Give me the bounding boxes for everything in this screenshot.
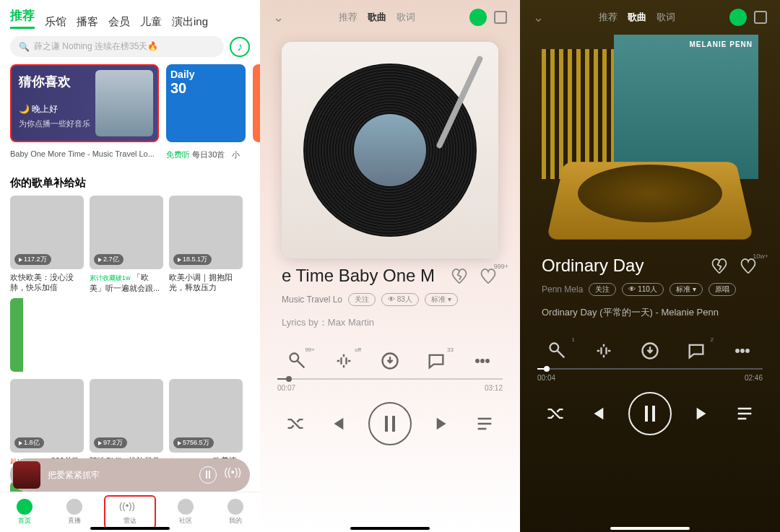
album-art: [354, 114, 426, 186]
heartbreak-icon[interactable]: [449, 266, 469, 286]
tab-kids[interactable]: 儿童: [140, 15, 162, 29]
play-count-badge: 97.2万: [94, 437, 127, 448]
like-count: 10w+: [753, 253, 768, 260]
player-tabs: 推荐 歌曲 歌词: [599, 11, 675, 24]
heartbreak-icon[interactable]: [709, 256, 729, 276]
player-tab-song[interactable]: 歌曲: [628, 11, 646, 24]
listener-count[interactable]: 👁 110人: [622, 283, 663, 296]
share-button[interactable]: [494, 11, 507, 24]
album-visualizer[interactable]: [542, 35, 758, 244]
tab-music-hall[interactable]: 乐馆: [45, 15, 66, 29]
playlist-tile[interactable]: 117.2万欢快欧美：没心没肺，快乐加倍: [10, 196, 84, 292]
player-tab-lyrics[interactable]: 歌词: [656, 11, 675, 24]
player-screen-dark: ⌄ 推荐 歌曲 歌词 Ordinary Day 10w+ Penn Mela 关…: [520, 0, 780, 532]
vip-badge-icon[interactable]: [729, 9, 747, 26]
recommend-row: 猜你喜欢 🌙 晚上好 为你点播一些好音乐 Daily 30: [0, 61, 260, 145]
sound-effect-button[interactable]: off: [334, 351, 354, 371]
play-pause-button[interactable]: [628, 392, 672, 435]
vinyl-disc: [303, 64, 477, 237]
download-button[interactable]: [640, 341, 660, 361]
share-button[interactable]: [754, 11, 767, 24]
guess-you-like-card[interactable]: 猜你喜欢 🌙 晚上好 为你点播一些好音乐: [10, 64, 159, 142]
more-button[interactable]: [732, 341, 753, 361]
home-icon: [17, 499, 32, 515]
progress-bar[interactable]: [277, 378, 503, 380]
listen-recognize-button[interactable]: ♪: [230, 37, 250, 57]
download-button[interactable]: [380, 351, 400, 371]
nav-me[interactable]: 我的: [210, 492, 260, 532]
play-count-badge: 1.8亿: [14, 437, 44, 448]
nav-community[interactable]: 社区: [160, 492, 210, 532]
search-input[interactable]: 🔍 薛之谦 Nothing 连续在榜35天🔥: [10, 36, 224, 57]
time-total: 02:46: [745, 374, 763, 382]
nav-live[interactable]: 直播: [50, 492, 100, 532]
quality-button[interactable]: 标准 ▾: [670, 283, 703, 296]
svg-point-8: [741, 349, 744, 352]
next-button[interactable]: [693, 404, 714, 424]
daily-caption: 每日30首: [192, 150, 225, 159]
search-icon: 🔍: [19, 42, 30, 52]
nav-home[interactable]: 首页: [0, 492, 50, 532]
vip-badge-icon[interactable]: [469, 9, 487, 26]
sound-effect-button[interactable]: [594, 341, 614, 361]
quality-button[interactable]: 标准 ▾: [425, 293, 458, 306]
artist-name[interactable]: Penn Mela: [542, 284, 583, 295]
partial-card[interactable]: [253, 64, 260, 142]
daily30-card[interactable]: Daily 30: [166, 64, 246, 142]
karaoke-button[interactable]: 99+: [287, 351, 308, 371]
free-tag: 免费听: [166, 150, 190, 159]
like-button[interactable]: 10w+: [738, 256, 758, 276]
play-pause-button[interactable]: [368, 402, 412, 445]
person-icon: [228, 499, 243, 515]
player-screen-light: ⌄ 推荐 歌曲 歌词 e Time Baby One M 999+ Music …: [260, 0, 520, 532]
shuffle-button[interactable]: [285, 414, 306, 434]
player-tab-song[interactable]: 歌曲: [368, 11, 386, 24]
player-tab-recommend[interactable]: 推荐: [339, 11, 358, 24]
artist-row: Music Travel Lo 关注 👁 83人 标准 ▾: [282, 293, 498, 306]
album-turntable[interactable]: [282, 42, 498, 258]
follow-button[interactable]: 关注: [348, 293, 376, 306]
tile-text: 欧美小调｜拥抱阳光，释放压力: [169, 272, 243, 292]
playlist-tile[interactable]: 18.5.1万欧美小调｜拥抱阳光，释放压力: [169, 196, 243, 292]
karaoke-count: 1: [572, 336, 575, 343]
card-captions: Baby One More Time - Music Travel Lo... …: [0, 145, 260, 165]
nav-radar[interactable]: 雷达: [104, 495, 157, 529]
mini-queue-button[interactable]: ((•)): [224, 466, 241, 484]
svg-point-9: [746, 349, 749, 352]
time-current: 00:07: [277, 384, 295, 392]
time-total: 03:12: [485, 384, 503, 392]
shuffle-button[interactable]: [545, 404, 566, 424]
effects-state: off: [355, 346, 361, 353]
like-button[interactable]: 999+: [478, 266, 498, 286]
progress-bar[interactable]: [537, 368, 763, 370]
collapse-button[interactable]: ⌄: [533, 9, 544, 25]
karaoke-button[interactable]: 1: [547, 341, 568, 361]
collapse-button[interactable]: ⌄: [273, 9, 284, 25]
queue-button[interactable]: [734, 404, 755, 424]
player-tab-lyrics[interactable]: 歌词: [396, 11, 415, 24]
mini-pause-button[interactable]: ⏸: [199, 466, 217, 484]
queue-button[interactable]: [474, 414, 495, 434]
mini-player[interactable]: 把爱紧紧抓牢 ⏸ ((•)): [10, 458, 250, 492]
radar-icon: [122, 499, 138, 515]
comments-button[interactable]: 2: [686, 341, 706, 361]
artist-name[interactable]: Music Travel Lo: [282, 295, 342, 305]
lyrics-preview[interactable]: Ordinary Day (平常的一天) - Melanie Penn: [542, 306, 758, 319]
nav-label: 直播: [68, 516, 81, 526]
tab-recommend[interactable]: 推荐: [10, 7, 35, 29]
partial-tile[interactable]: [10, 298, 23, 372]
comments-button[interactable]: 33: [426, 351, 446, 371]
tab-podcast[interactable]: 播客: [77, 15, 98, 29]
tab-shows[interactable]: 演出ing: [172, 15, 208, 29]
tab-member[interactable]: 会员: [108, 15, 130, 29]
search-row: 🔍 薛之谦 Nothing 连续在榜35天🔥 ♪: [10, 36, 250, 57]
lyrics-preview[interactable]: Lyrics by：Max Martin: [282, 316, 498, 329]
prev-button[interactable]: [326, 414, 347, 434]
player-tab-recommend[interactable]: 推荐: [599, 11, 618, 24]
prev-button[interactable]: [586, 404, 607, 424]
follow-button[interactable]: 关注: [589, 283, 616, 296]
playlist-tile[interactable]: 2.7亿累计收藏破1w 「欧美」听一遍就会跟...: [90, 196, 163, 292]
more-button[interactable]: [472, 351, 493, 371]
next-button[interactable]: [433, 414, 454, 434]
listener-count[interactable]: 👁 83人: [381, 293, 419, 306]
